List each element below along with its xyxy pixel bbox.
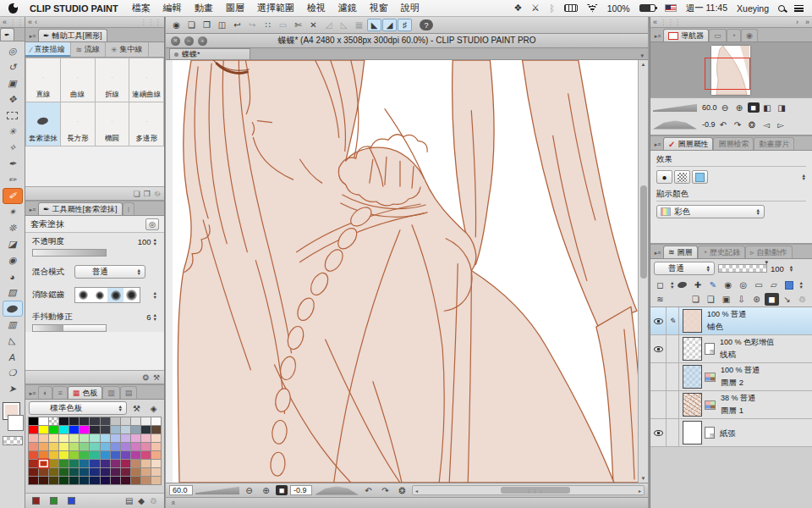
color-swatch[interactable]: [49, 434, 58, 442]
paste-subtool-icon[interactable]: ❐: [144, 190, 151, 198]
notification-center-icon[interactable]: [794, 5, 804, 12]
delete-layer-icon[interactable]: ♲: [795, 293, 809, 306]
antialias-none[interactable]: [75, 288, 91, 302]
reselect-button[interactable]: ▭: [276, 19, 290, 31]
menubar-menu[interactable]: 圖層: [226, 2, 244, 14]
color-swatch[interactable]: [141, 477, 151, 484]
navigator-zoom-slider[interactable]: [653, 103, 697, 112]
menubar-menu[interactable]: 動畫: [195, 2, 213, 14]
color-swatch[interactable]: [131, 443, 140, 450]
layer-list-icon[interactable]: ≋: [653, 293, 667, 306]
color-swatch[interactable]: [121, 468, 130, 476]
color-swatch[interactable]: [111, 426, 120, 433]
blend-tool[interactable]: ◉: [3, 252, 23, 268]
csp-logo[interactable]: ◉: [169, 19, 184, 31]
color-swatch[interactable]: [121, 434, 130, 442]
color-swatch[interactable]: [39, 477, 48, 484]
color-swatch[interactable]: [69, 434, 79, 442]
recent-color-swatch[interactable]: [68, 497, 75, 505]
copy-subtool-icon[interactable]: ❏: [134, 190, 140, 198]
balloon-tool[interactable]: ❍: [3, 365, 23, 381]
layer-visibility-toggle[interactable]: [650, 307, 667, 334]
clock[interactable]: 週一 11:45: [686, 3, 727, 14]
canvas-viewport[interactable]: ▲ ▼: [166, 60, 648, 483]
subtool-item[interactable]: · 曲線: [61, 58, 95, 102]
color-swatch[interactable]: [141, 468, 151, 476]
color-swatch[interactable]: [80, 460, 89, 467]
navigator-view-rect[interactable]: [705, 58, 750, 90]
layer-thumbnail[interactable]: [683, 309, 702, 333]
subtool-detail-button[interactable]: ◎: [145, 218, 159, 230]
color-swatch[interactable]: [131, 477, 140, 484]
transparent-color-well[interactable]: [3, 436, 23, 445]
nav-zoom-out-icon[interactable]: ⊖: [719, 102, 732, 113]
layer-thumbnail[interactable]: [683, 337, 702, 361]
color-swatch[interactable]: [101, 460, 110, 467]
subtool-item[interactable]: · 橢圓: [96, 102, 129, 146]
rotate-canvas-tool[interactable]: ↺: [3, 59, 23, 75]
color-swatch[interactable]: [131, 426, 140, 433]
color-swatch[interactable]: [59, 460, 69, 467]
grid-button[interactable]: ▦: [352, 19, 366, 31]
color-swatch[interactable]: [111, 417, 120, 425]
vertical-scrollbar-thumb[interactable]: [640, 185, 647, 279]
layer-row[interactable]: ✎ 100 % 普通 铺色: [650, 307, 812, 335]
battery-icon[interactable]: [639, 4, 656, 12]
color-swatch[interactable]: [80, 417, 89, 425]
decoration-tool[interactable]: ❊: [3, 220, 23, 236]
subtool-item[interactable]: · 多邊形: [129, 102, 163, 146]
new-raster-layer-icon[interactable]: ❏: [689, 293, 703, 306]
color-swatch[interactable]: [39, 434, 48, 442]
edit-color-set-icon[interactable]: ⚒: [129, 402, 144, 415]
color-swatch[interactable]: [90, 443, 99, 450]
color-swatch[interactable]: [69, 451, 79, 459]
color-swatch[interactable]: [29, 451, 38, 459]
nav-flip-vertical-icon[interactable]: ◨: [776, 102, 788, 113]
canvas-page[interactable]: [173, 60, 638, 483]
color-swatch[interactable]: [121, 460, 130, 467]
redo-button[interactable]: ↪: [245, 19, 260, 31]
border-effect-icon[interactable]: ●: [656, 170, 672, 184]
color-swatch[interactable]: [59, 426, 69, 433]
color-swatch[interactable]: [131, 434, 140, 442]
color-swatch[interactable]: [29, 434, 38, 442]
color-swatch[interactable]: [101, 477, 110, 484]
layer-name[interactable]: 紙張: [720, 428, 736, 439]
color-swatch[interactable]: [90, 434, 99, 442]
color-swatch[interactable]: [49, 468, 58, 476]
apple-logo[interactable]: [8, 3, 18, 14]
nav-zoom-in-icon[interactable]: ⊕: [733, 102, 746, 113]
text-tool[interactable]: A: [3, 349, 23, 365]
navigator-tab[interactable]: 導航器: [663, 29, 709, 41]
color-swatch[interactable]: [151, 426, 161, 433]
reset-view-icon[interactable]: ❂: [395, 484, 409, 497]
layer-visibility-toggle[interactable]: [650, 363, 667, 390]
color-set-tab[interactable]: ▦色板: [68, 386, 103, 399]
line-correct-tool[interactable]: ➤: [3, 381, 23, 397]
stabilization-slider[interactable]: [32, 324, 107, 332]
palette-color-icon[interactable]: [675, 279, 689, 291]
color-swatch[interactable]: [111, 451, 120, 459]
auto-action-tab[interactable]: ▹自動動作: [745, 246, 793, 258]
color-swatch[interactable]: [141, 417, 151, 425]
intermediate-color-tab[interactable]: ▥: [102, 386, 120, 399]
zoom-tool[interactable]: ◎: [3, 43, 23, 59]
item-bank-tab[interactable]: ◔: [727, 29, 741, 41]
color-swatch[interactable]: [80, 477, 89, 484]
panel-menu-icon[interactable]: ▸≡: [652, 247, 663, 258]
navigator-preview[interactable]: [650, 42, 812, 97]
color-swatch[interactable]: [121, 426, 130, 433]
color-swatch[interactable]: [90, 426, 99, 433]
color-swatch[interactable]: [59, 443, 69, 450]
menubar-menu[interactable]: 視窗: [370, 2, 388, 14]
ruler-tool[interactable]: ◺: [3, 333, 23, 349]
app-name[interactable]: CLIP STUDIO PAINT: [30, 3, 118, 14]
subtool-group-tab[interactable]: ∕直接描繪: [25, 42, 71, 57]
layer-search-tab[interactable]: 圖層檢索: [713, 137, 754, 150]
panel-menu-icon[interactable]: ▸≡: [27, 204, 38, 215]
user-name[interactable]: Xueying: [737, 3, 769, 14]
color-swatch[interactable]: [111, 460, 120, 467]
panel-menu-icon[interactable]: ▸≡: [27, 30, 38, 41]
color-swatch[interactable]: [121, 451, 130, 459]
rotate-slider[interactable]: [315, 486, 359, 495]
